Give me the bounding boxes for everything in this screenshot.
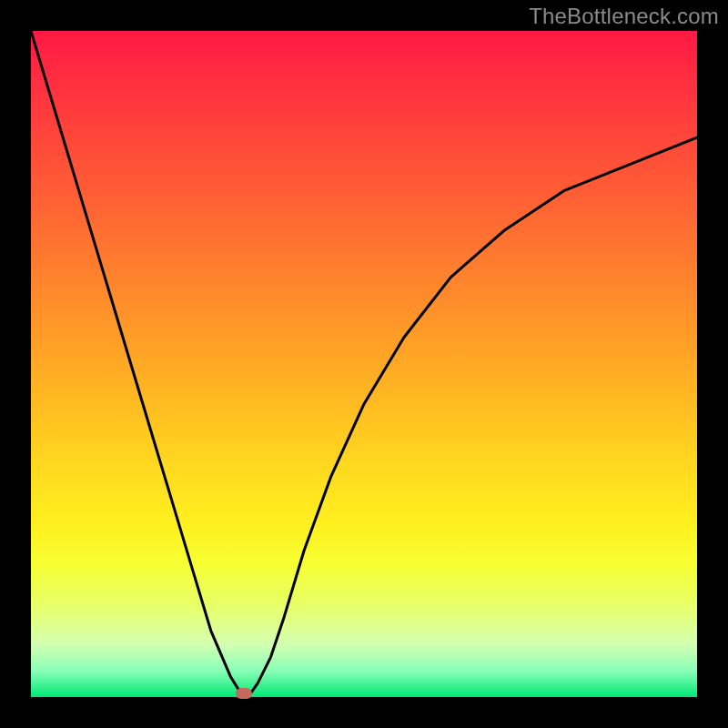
- chart-frame: TheBottleneck.com: [0, 0, 728, 728]
- watermark-text: TheBottleneck.com: [529, 4, 719, 29]
- plot-background-gradient: [31, 31, 697, 697]
- optimum-marker: [236, 688, 252, 699]
